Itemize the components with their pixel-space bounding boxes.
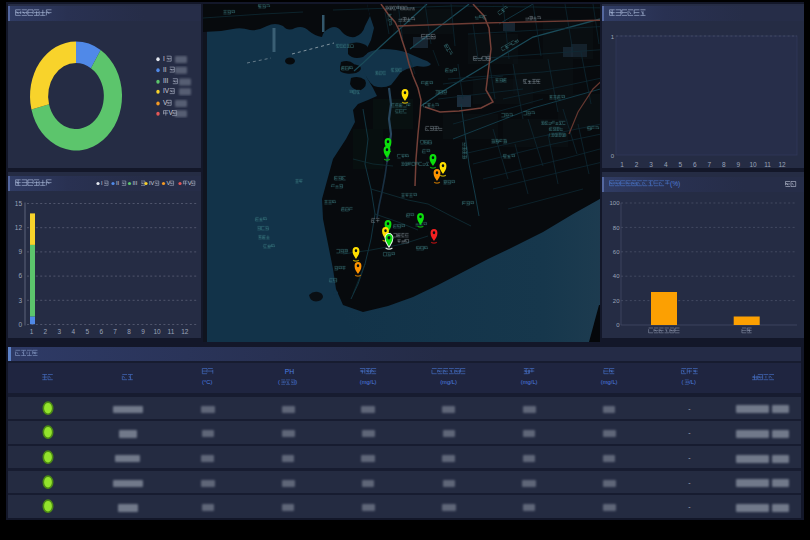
svg-text:-: -	[688, 429, 691, 436]
svg-text:1: 1	[620, 161, 624, 168]
svg-text:III: III	[133, 180, 138, 186]
svg-text:II: II	[163, 66, 167, 73]
svg-text:-: -	[688, 479, 691, 486]
svg-text:2: 2	[635, 161, 639, 168]
svg-text:3: 3	[649, 161, 653, 168]
svg-text:(mg/L): (mg/L)	[521, 379, 538, 385]
svg-text:15: 15	[15, 200, 23, 207]
svg-text:-: -	[688, 405, 691, 412]
svg-text:): )	[295, 379, 297, 385]
svg-text:2: 2	[44, 328, 48, 335]
svg-text:5: 5	[678, 161, 682, 168]
svg-text:80: 80	[613, 225, 620, 231]
svg-text:10: 10	[153, 328, 161, 335]
svg-text:-: -	[688, 503, 691, 510]
svg-text:3: 3	[58, 328, 62, 335]
svg-text:I: I	[101, 180, 103, 186]
svg-text:IV: IV	[163, 87, 170, 94]
svg-text:1: 1	[30, 328, 34, 335]
svg-text:0: 0	[18, 321, 22, 328]
svg-text:60: 60	[613, 249, 620, 255]
svg-text:5: 5	[85, 328, 89, 335]
svg-text:(%): (%)	[670, 180, 680, 188]
svg-text:/L): /L)	[689, 379, 696, 385]
svg-text:6: 6	[693, 161, 697, 168]
svg-text:12: 12	[181, 328, 189, 335]
svg-text:12: 12	[778, 161, 786, 168]
svg-text:40: 40	[613, 273, 620, 279]
svg-text:II: II	[116, 180, 120, 186]
svg-text:4: 4	[71, 328, 75, 335]
svg-text:6: 6	[99, 328, 103, 335]
svg-text:7: 7	[113, 328, 117, 335]
svg-text:3: 3	[18, 297, 22, 304]
svg-text:(mg/L): (mg/L)	[601, 379, 618, 385]
svg-text:-: -	[688, 454, 691, 461]
svg-text:12: 12	[15, 224, 23, 231]
svg-text:11: 11	[764, 161, 771, 168]
svg-text:8: 8	[722, 161, 726, 168]
svg-text:I: I	[163, 55, 165, 62]
svg-text:III: III	[163, 77, 169, 84]
svg-text:11: 11	[168, 328, 175, 335]
svg-text:9: 9	[141, 328, 145, 335]
svg-text:4: 4	[664, 161, 668, 168]
svg-text:10: 10	[749, 161, 757, 168]
svg-text:6: 6	[18, 272, 22, 279]
svg-text:IV: IV	[149, 180, 155, 186]
svg-text:8: 8	[127, 328, 131, 335]
svg-text:9: 9	[737, 161, 741, 168]
svg-text:(: (	[682, 379, 684, 385]
svg-text:(mg/L): (mg/L)	[440, 379, 457, 385]
svg-text:(: (	[278, 379, 280, 385]
svg-text:7: 7	[707, 161, 711, 168]
svg-text:9: 9	[18, 248, 22, 255]
svg-text:20: 20	[613, 298, 620, 304]
svg-text:(°C): (°C)	[202, 379, 212, 385]
svg-text:100: 100	[609, 200, 620, 206]
svg-text:PH: PH	[285, 368, 295, 375]
svg-text:(mg/L): (mg/L)	[360, 379, 377, 385]
